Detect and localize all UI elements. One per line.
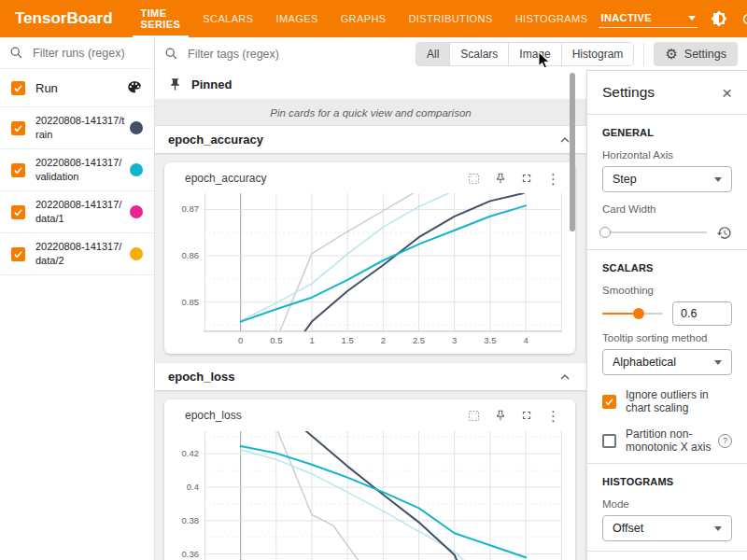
- filter-runs-row: [0, 37, 154, 69]
- pin-card-icon[interactable]: [494, 409, 507, 422]
- filter-image-button[interactable]: Image: [509, 43, 561, 65]
- tab-images[interactable]: IMAGES: [264, 0, 329, 37]
- navbar-actions: INACTIVE ⚙ ?: [599, 0, 747, 37]
- slider-thumb[interactable]: [599, 227, 611, 238]
- partition-x-checkbox[interactable]: [602, 434, 616, 448]
- run-row-data1[interactable]: 20220808-141317/data/1: [0, 191, 154, 233]
- vertical-scrollbar-thumb[interactable]: [570, 73, 575, 231]
- section-header-epoch-loss[interactable]: epoch_loss: [155, 363, 586, 390]
- more-options-icon[interactable]: ⋮: [546, 409, 560, 423]
- tab-time-series[interactable]: TIME SERIES: [130, 0, 192, 37]
- tooltip-sorting-select[interactable]: Alphabetical: [602, 349, 732, 375]
- reload-status-dropdown[interactable]: INACTIVE: [599, 9, 698, 28]
- ignore-outliers-checkbox[interactable]: [602, 395, 616, 409]
- pinned-empty-message: Pin cards for a quick view and compariso…: [155, 100, 586, 126]
- fit-to-data-icon[interactable]: [467, 172, 481, 186]
- smoothing-value-input[interactable]: [672, 301, 732, 326]
- epoch-loss-chart[interactable]: 0.420.40.380.36: [172, 426, 568, 560]
- card-toolbar: ⋮: [467, 172, 568, 186]
- run-checkbox[interactable]: [11, 247, 25, 261]
- runs-column-title: Run: [35, 81, 126, 95]
- run-row-train[interactable]: 20220808-141317/train: [0, 107, 154, 149]
- fullscreen-icon[interactable]: [520, 172, 533, 185]
- divider: [587, 551, 747, 552]
- ignore-outliers-row[interactable]: Ignore outliers in chart scaling: [602, 388, 732, 414]
- help-icon[interactable]: ?: [718, 434, 732, 448]
- histogram-mode-select[interactable]: Offset: [602, 515, 732, 541]
- horizontal-axis-select[interactable]: Step: [602, 166, 732, 192]
- horizontal-axis-label: Horizontal Axis: [602, 149, 732, 161]
- tensorboard-app: TensorBoard TIME SERIES SCALARS IMAGES G…: [0, 0, 747, 560]
- svg-text:0.86: 0.86: [182, 250, 200, 260]
- tab-histograms[interactable]: HISTOGRAMS: [504, 0, 599, 37]
- reset-card-width-icon[interactable]: [716, 225, 732, 241]
- tab-graphs[interactable]: GRAPHS: [330, 0, 398, 37]
- card-width-label: Card Width: [602, 203, 732, 215]
- card-toolbar: ⋮: [467, 409, 568, 423]
- histogram-mode-label: Mode: [602, 498, 732, 510]
- divider: [587, 463, 747, 464]
- toolbar-divider: [643, 43, 644, 65]
- card-width-slider[interactable]: [602, 226, 707, 239]
- partition-x-label: Partition non-monotonic X axis: [626, 427, 712, 454]
- run-label: 20220808-141317/validation: [35, 156, 130, 184]
- section-title: epoch_loss: [168, 370, 235, 384]
- more-options-icon[interactable]: ⋮: [546, 172, 560, 186]
- section-header-epoch-accuracy[interactable]: epoch_accuracy: [155, 126, 586, 153]
- horizontal-axis-value: Step: [613, 173, 637, 186]
- svg-text:2: 2: [381, 335, 386, 345]
- svg-text:0.42: 0.42: [182, 448, 200, 458]
- settings-button[interactable]: ⚙ Settings: [654, 42, 738, 66]
- svg-text:0.85: 0.85: [182, 297, 200, 307]
- svg-text:2.5: 2.5: [413, 335, 425, 345]
- filter-runs-input[interactable]: [31, 46, 139, 61]
- card-header: epoch_loss ⋮: [172, 405, 568, 426]
- run-checkbox[interactable]: [11, 121, 25, 135]
- settings-button-label: Settings: [684, 48, 726, 61]
- pin-card-icon[interactable]: [494, 172, 507, 185]
- smoothing-slider[interactable]: [602, 307, 663, 320]
- tags-toolbar: All Scalars Image Histogram ⚙ Settings: [155, 37, 747, 71]
- run-label: 20220808-141317/data/2: [35, 240, 130, 268]
- close-icon[interactable]: ×: [722, 84, 732, 102]
- runs-sidebar: Run 20220808-141317/train 20220808-14131…: [0, 37, 155, 560]
- run-checkbox[interactable]: [11, 205, 25, 219]
- svg-text:0.36: 0.36: [182, 549, 200, 559]
- filter-histogram-button[interactable]: Histogram: [562, 43, 634, 65]
- run-label: 20220808-141317/train: [35, 114, 130, 142]
- app-title: TensorBoard: [0, 0, 130, 37]
- run-label: 20220808-141317/data/1: [35, 198, 130, 226]
- fit-to-data-icon[interactable]: [467, 409, 481, 423]
- chevron-down-icon: [714, 526, 722, 531]
- run-color-dot: [130, 205, 143, 218]
- brightness-toggle-icon[interactable]: [710, 10, 727, 28]
- filter-scalars-button[interactable]: Scalars: [450, 43, 509, 65]
- svg-text:0.38: 0.38: [182, 515, 200, 525]
- tab-distributions[interactable]: DISTRIBUTIONS: [398, 0, 504, 37]
- card-title: epoch_loss: [172, 409, 467, 422]
- pin-icon: [168, 77, 182, 91]
- divider: [587, 114, 747, 115]
- refresh-icon[interactable]: [740, 10, 747, 28]
- select-all-runs-checkbox[interactable]: [11, 81, 25, 95]
- filter-all-button[interactable]: All: [416, 43, 450, 65]
- epoch-accuracy-chart[interactable]: 0.850.860.8700.511.522.533.54: [172, 189, 568, 346]
- general-heading: GENERAL: [602, 127, 732, 138]
- card-header: epoch_accuracy ⋮: [172, 168, 568, 189]
- nav-tabs: TIME SERIES SCALARS IMAGES GRAPHS DISTRI…: [130, 0, 599, 37]
- run-checkbox[interactable]: [11, 163, 25, 177]
- chevron-down-icon: [714, 360, 722, 365]
- palette-icon[interactable]: [126, 79, 143, 96]
- fullscreen-icon[interactable]: [520, 409, 533, 422]
- filter-tags-input[interactable]: [186, 47, 416, 62]
- chevron-up-icon[interactable]: [557, 369, 573, 385]
- run-row-validation[interactable]: 20220808-141317/validation: [0, 149, 154, 191]
- smoothing-label: Smoothing: [602, 285, 732, 296]
- scalar-card-epoch-accuracy: epoch_accuracy ⋮ 0.850.860.8700.511.522.…: [164, 162, 575, 354]
- gear-icon: ⚙: [665, 47, 677, 61]
- slider-thumb[interactable]: [633, 308, 644, 319]
- pinned-header: Pinned: [155, 70, 586, 100]
- partition-x-row[interactable]: Partition non-monotonic X axis ?: [602, 427, 732, 454]
- tab-scalars[interactable]: SCALARS: [191, 0, 264, 37]
- run-row-data2[interactable]: 20220808-141317/data/2: [0, 233, 154, 275]
